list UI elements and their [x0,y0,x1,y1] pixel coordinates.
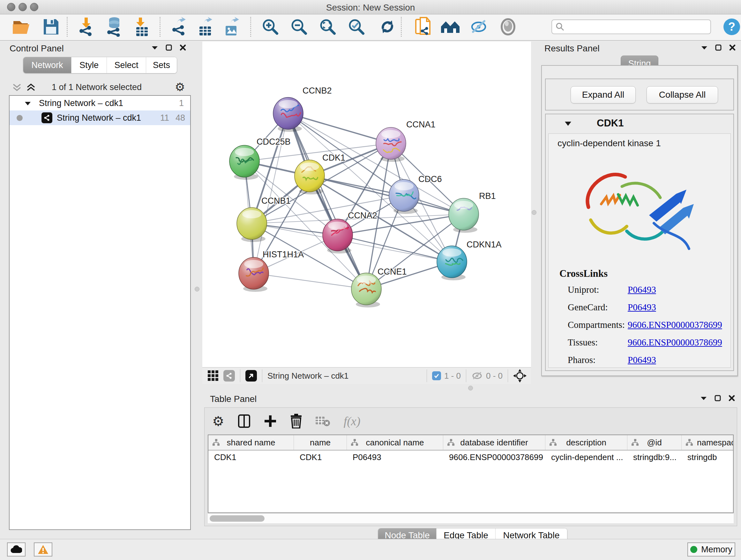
grid-view-icon[interactable] [207,370,219,381]
tab-style[interactable]: Style [71,57,107,73]
tab-network[interactable]: Network [23,57,71,73]
table-options-gear-icon[interactable]: ⚙ [212,414,224,429]
import-network-icon[interactable] [76,16,97,37]
hide-unhide-icon[interactable] [468,16,489,37]
warning-icon [38,545,49,554]
toolbar-separator [159,17,160,37]
network-edge[interactable] [254,273,366,289]
network-collection-row[interactable]: String Network – cdk1 1 [10,96,190,111]
network-edge[interactable] [288,113,366,289]
zoom-in-icon[interactable] [260,16,281,37]
network-share-view-icon[interactable] [223,370,235,381]
tab-sets[interactable]: Sets [146,57,177,73]
create-column-icon[interactable] [264,415,277,428]
delete-column-icon[interactable] [290,414,302,428]
crosslink-tissues[interactable]: 9606.ENSP00000378699 [628,337,731,348]
import-table-icon[interactable] [131,16,152,37]
network-canvas[interactable]: CCNB2CCNA1CDC25BCDK1CDC6RB1CCNB1CCNA2CDK… [202,42,531,367]
column-header-shared-name[interactable]: shared name [208,435,294,450]
network-graph[interactable]: CCNB2CCNA1CDC25BCDK1CDC6RB1CCNB1CCNA2CDK… [202,42,531,367]
birdseye-view-icon[interactable] [246,370,257,381]
gene-description: cyclin-dependent kinase 1 [557,138,661,148]
graph-node-CCNA1[interactable]: CCNA1 [376,120,435,162]
delete-table-icon[interactable] [316,415,330,427]
graph-node-CCNB2[interactable]: CCNB2 [273,86,332,132]
save-session-icon[interactable] [41,16,62,37]
node-label: CCNA1 [406,120,435,129]
column-header-database-identifier[interactable]: database identifier [443,435,545,450]
refresh-icon[interactable] [377,16,398,37]
graph-node-CCNB1[interactable]: CCNB1 [237,196,291,242]
home-icon[interactable] [440,16,461,37]
zoom-fit-icon[interactable] [317,16,338,37]
network-row-selected[interactable]: String Network – cdk1 11 48 [10,111,190,125]
search-text-input[interactable] [565,22,703,32]
toolbar-separator [466,369,466,382]
cytoscape-window: Session: New Session [0,0,741,560]
show-columns-icon[interactable] [238,414,251,428]
table-horizontal-scrollbar[interactable] [208,513,734,523]
inactive-eye-icon[interactable] [497,16,519,37]
network-edge[interactable] [288,113,391,143]
crosslink-label: Compartments: [568,320,628,330]
crosslink-genecard[interactable]: P06493 [628,302,731,313]
panel-menu-icon[interactable] [151,45,158,50]
export-image-icon[interactable] [221,16,242,37]
graph-node-CDC6[interactable]: CDC6 [389,174,442,214]
collapse-all-button[interactable]: Collapse All [647,86,718,104]
import-network-from-database-icon[interactable] [104,16,125,37]
splitter-handle[interactable] [468,386,473,390]
node-label: CDC6 [418,174,442,184]
column-header-name[interactable]: name [294,435,347,450]
hierarchy-icon [685,439,693,446]
search-input[interactable] [551,19,711,34]
export-network-icon[interactable] [169,16,190,37]
crosslink-pharos[interactable]: P06493 [628,355,731,365]
float-panel-icon[interactable] [715,44,722,51]
crosslink-compartments[interactable]: 9606.ENSP00000378699 [628,320,731,330]
open-session-icon[interactable] [11,16,32,37]
function-builder-icon[interactable]: f(x) [344,414,360,428]
panel-menu-icon[interactable] [701,45,708,50]
cloud-status-button[interactable] [7,543,25,557]
search-icon [555,22,565,32]
table-row[interactable]: CDK1 CDK1 P06493 9606.ENSP00000378699 cy… [208,450,733,464]
export-table-icon[interactable] [195,16,216,37]
fit-selected-crosshair-icon[interactable] [513,369,527,382]
graph-node-CDKN1A[interactable]: CDKN1A [437,240,502,280]
float-panel-icon[interactable] [714,395,721,401]
selected-count: 1 - 0 [444,371,461,381]
open-file-network-icon[interactable] [412,16,433,37]
gene-expander-icon[interactable] [564,121,572,126]
expand-all-button[interactable]: Expand All [570,86,636,104]
splitter-handle[interactable] [195,287,199,292]
column-header-namespace[interactable]: namespace [682,435,733,450]
float-panel-icon[interactable] [165,44,172,51]
graph-node-RB1[interactable]: RB1 [449,191,496,233]
panel-menu-icon[interactable] [700,395,707,401]
selected-count-checkbox-icon[interactable] [432,371,441,380]
graph-node-HIST1H1A[interactable]: HIST1H1A [239,250,304,292]
column-header-id[interactable]: @id [627,435,682,450]
warnings-button[interactable] [34,543,52,557]
crosslink-uniprot[interactable]: P06493 [628,285,731,295]
network-edge[interactable] [338,235,452,262]
network-options-gear-icon[interactable]: ⚙ [175,80,185,94]
zoom-selected-icon[interactable] [346,16,367,37]
collection-expander-icon[interactable] [24,101,31,106]
node-label: RB1 [479,191,496,201]
close-panel-icon[interactable] [728,395,735,401]
tab-select[interactable]: Select [107,57,146,73]
help-icon[interactable]: ? [721,16,741,37]
gene-details: cyclin-dependent kinase 1 [548,133,731,368]
crosslinks-heading: CrossLinks [559,268,731,279]
memory-button[interactable]: Memory [687,543,735,557]
column-header-description[interactable]: description [545,435,627,450]
splitter-handle[interactable] [532,210,536,215]
scrollbar-thumb[interactable] [210,515,265,522]
close-panel-icon[interactable] [729,44,736,51]
zoom-out-icon[interactable] [288,16,310,37]
close-panel-icon[interactable] [179,44,186,51]
column-header-canonical-name[interactable]: canonical name [347,435,443,450]
hidden-count-eye-icon[interactable] [471,371,483,381]
